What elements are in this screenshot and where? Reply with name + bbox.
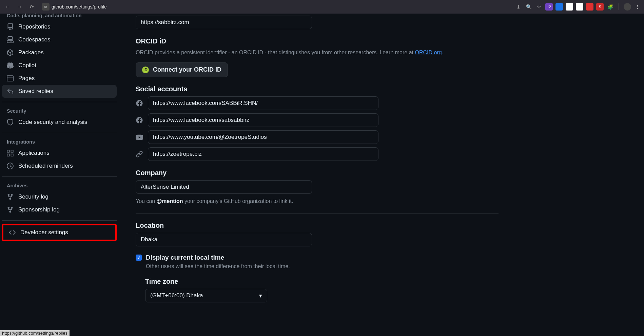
codespaces-icon [7, 36, 14, 43]
extension-icon[interactable] [576, 3, 583, 11]
link-icon [136, 150, 143, 158]
settings-sidebar: Code, planning, and automation Repositor… [0, 14, 119, 336]
sidebar-item-repositories[interactable]: Repositories [2, 20, 117, 33]
reload-button[interactable]: ⟳ [27, 2, 37, 12]
url-text: github.com/settings/profile [52, 4, 107, 10]
social-row [136, 96, 499, 110]
extension-icon[interactable] [586, 3, 593, 11]
extension-icon[interactable]: 12 [545, 3, 553, 11]
social-accounts-heading: Social accounts [136, 85, 499, 93]
profile-settings-form: ORCID iD ORCID provides a persistent ide… [119, 14, 509, 336]
facebook-icon [136, 99, 143, 107]
sidebar-item-codespaces[interactable]: Codespaces [2, 33, 117, 46]
install-app-icon[interactable]: ⤓ [515, 3, 522, 11]
package-icon [7, 49, 14, 56]
code-icon [9, 229, 16, 236]
sidebar-item-code-security[interactable]: Code security and analysis [2, 116, 117, 129]
sidebar-item-scheduled-reminders[interactable]: Scheduled reminders [2, 160, 117, 172]
sidebar-section-archives: Archives [2, 177, 117, 190]
clock-icon [7, 163, 14, 169]
sidebar-item-label: Scheduled reminders [18, 163, 73, 169]
forward-button[interactable]: → [15, 2, 24, 12]
log-icon [7, 206, 14, 213]
chevron-updown-icon: ▾ [259, 292, 262, 299]
browser-menu-icon[interactable]: ⋮ [634, 3, 641, 11]
orcid-logo-icon: iD [142, 67, 149, 73]
sidebar-item-sponsorship-log[interactable]: Sponsorship log [2, 203, 117, 216]
sidebar-item-saved-replies[interactable]: Saved replies [2, 85, 117, 98]
company-heading: Company [136, 169, 499, 177]
social-input-1[interactable] [148, 96, 378, 110]
social-input-2[interactable] [148, 113, 378, 127]
shield-icon [7, 119, 14, 126]
timezone-heading: Time zone [145, 278, 499, 285]
developer-settings-highlight: Developer settings [2, 224, 117, 241]
checkbox-checked-icon[interactable]: ✓ [136, 255, 142, 261]
sidebar-item-label: Codespaces [18, 36, 51, 43]
local-time-help: Other users will see the time difference… [146, 263, 499, 269]
extensions-menu-icon[interactable]: 🧩 [606, 3, 614, 11]
address-bar[interactable]: ⧉ github.com/settings/profile [42, 3, 107, 11]
sidebar-item-security-log[interactable]: Security log [2, 190, 117, 203]
connect-orcid-button[interactable]: iD Connect your ORCID iD [136, 62, 228, 77]
sidebar-item-label: Security log [18, 193, 48, 200]
sidebar-item-label: Developer settings [20, 229, 68, 236]
facebook-icon [136, 116, 143, 124]
browser-toolbar: ← → ⟳ ⧉ github.com/settings/profile ⤓ 🔍 … [0, 0, 644, 14]
browser-icon [7, 75, 14, 82]
extension-icon[interactable]: S [596, 3, 604, 11]
sidebar-section-security: Security [2, 102, 117, 116]
sidebar-item-label: Sponsorship log [18, 206, 60, 213]
company-help-text: You can @mention your company's GitHub o… [136, 197, 499, 205]
browser-status-bar: https://github.com/settings/replies [0, 330, 70, 336]
reply-icon [7, 88, 14, 95]
extension-icon[interactable] [566, 3, 573, 11]
location-input[interactable] [136, 233, 312, 246]
social-row [136, 147, 499, 161]
timezone-select[interactable]: (GMT+06:00) Dhaka ▾ [145, 289, 267, 302]
social-row [136, 113, 499, 127]
sidebar-section-integrations: Integrations [2, 133, 117, 147]
location-heading: Location [136, 222, 499, 229]
apps-icon [7, 150, 14, 156]
sidebar-item-applications[interactable]: Applications [2, 147, 117, 160]
orcid-link[interactable]: ORCID.org [415, 50, 442, 55]
social-input-3[interactable] [148, 130, 378, 144]
bookmark-star-icon[interactable]: ☆ [535, 3, 543, 11]
sidebar-item-label: Applications [18, 150, 50, 156]
orcid-heading: ORCID iD [136, 37, 499, 45]
sidebar-item-label: Packages [18, 49, 44, 56]
sidebar-item-label: Code security and analysis [18, 119, 87, 126]
log-icon [7, 193, 14, 200]
site-info-icon[interactable]: ⧉ [42, 3, 50, 11]
zoom-icon[interactable]: 🔍 [525, 3, 532, 11]
company-input[interactable] [136, 180, 312, 194]
sidebar-item-label: Repositories [18, 23, 51, 30]
sidebar-item-label: Saved replies [18, 88, 53, 95]
copilot-icon [7, 62, 14, 69]
sidebar-item-packages[interactable]: Packages [2, 46, 117, 59]
sidebar-item-developer-settings[interactable]: Developer settings [4, 226, 115, 239]
profile-avatar-icon[interactable] [624, 3, 631, 11]
website-input[interactable] [136, 16, 312, 29]
social-input-4[interactable] [148, 147, 378, 161]
local-time-checkbox-row[interactable]: ✓ Display current local time [136, 254, 499, 261]
sidebar-item-label: Pages [18, 75, 35, 82]
social-row [136, 130, 499, 144]
extension-icon[interactable] [555, 3, 563, 11]
youtube-icon [136, 133, 143, 141]
orcid-help-text: ORCID provides a persistent identifier -… [136, 49, 499, 56]
sidebar-item-label: Copilot [18, 62, 36, 69]
sidebar-item-pages[interactable]: Pages [2, 72, 117, 85]
local-time-label: Display current local time [146, 254, 224, 261]
sidebar-section-code: Code, planning, and automation [2, 14, 117, 20]
sidebar-item-copilot[interactable]: Copilot [2, 59, 117, 72]
repo-icon [7, 23, 14, 30]
back-button[interactable]: ← [3, 2, 12, 12]
